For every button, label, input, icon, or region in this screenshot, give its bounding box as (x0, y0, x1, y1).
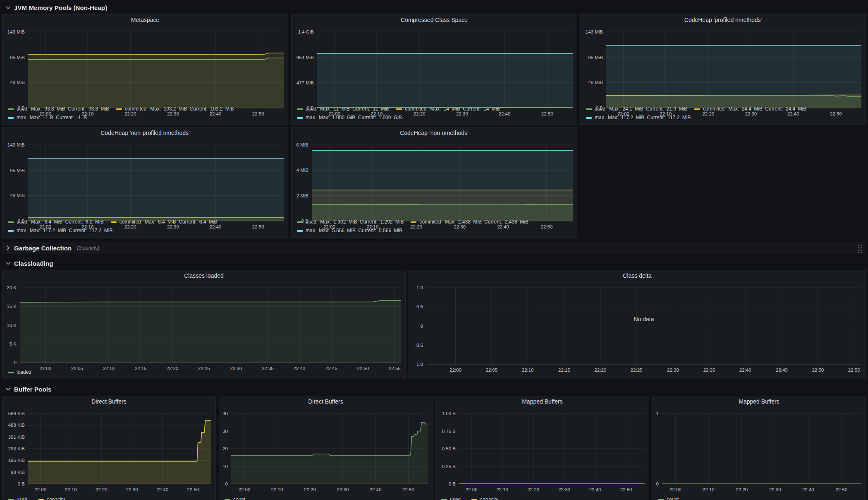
section-header-garbage-collection[interactable]: Garbage Collection(3 panels) (2, 242, 866, 254)
legend-item-capacity[interactable]: capacity (38, 496, 69, 500)
panel-title[interactable]: CodeHeap 'profiled nmethods' (581, 14, 866, 25)
x-axis-label: 22:20 (702, 111, 714, 116)
chart-svg[interactable]: 01020304022:0022:1022:2022:3022:4022:50 (219, 407, 432, 495)
x-axis-label: 22:50 (830, 111, 842, 116)
chart-svg[interactable]: 0 B477 MiB954 MiB1.4 GiB22:0022:1022:202… (292, 25, 577, 119)
y-axis-label: 95 MiB (588, 55, 603, 60)
x-axis-label: 22:45 (325, 366, 337, 371)
chart-svg[interactable]: 0 B2 MiB4 MiB6 MiB22:0022:1022:2022:3022… (292, 138, 577, 232)
chart-svg[interactable]: 05 K10 K15 K20 K22:0022:0522:1022:1522:2… (2, 281, 405, 373)
y-axis-label: 6 MiB (297, 142, 309, 147)
panel-grid-classloading: Classes loaded05 K10 K15 K20 K22:0022:05… (2, 270, 866, 379)
chart-classes-loaded-0[interactable]: 05 K10 K15 K20 K22:0022:0522:1022:1522:2… (2, 281, 405, 367)
chart-compressed-class-space-1[interactable]: 0 B477 MiB954 MiB1.4 GiB22:0022:1022:202… (292, 25, 577, 104)
panel-title[interactable]: Direct Buffers (219, 396, 432, 407)
y-axis-label: 0 (225, 481, 228, 486)
x-axis-label: 22:10 (522, 368, 534, 373)
series-line-capacity (28, 421, 211, 461)
legend: count (653, 495, 866, 500)
y-axis-label: 0.75 B (442, 429, 456, 434)
chart-svg[interactable]: 0 B48 MiB95 MiB143 MiB22:0022:1022:2022:… (2, 138, 288, 232)
section-header-jvm-memory-pools-non-heap[interactable]: JVM Memory Pools (Non-Heap) (2, 2, 866, 13)
panel-title[interactable]: Classes loaded (2, 270, 405, 281)
chart-direct-buffers-1[interactable]: 01020304022:0022:1022:2022:3022:4022:50 (219, 407, 432, 495)
panel-title[interactable]: Metaspace (2, 14, 288, 25)
y-axis-label: 48 MiB (10, 80, 25, 85)
x-axis-label: 22:20 (527, 487, 539, 492)
x-axis-label: 22:00 (323, 224, 335, 229)
y-axis-label: 0 B (449, 481, 456, 486)
x-axis-label: 22:15 (558, 368, 570, 373)
x-axis-label: 22:30 (456, 111, 468, 116)
chart-svg[interactable]: 0 B98 KiB195 KiB293 KiB391 KiB488 KiB586… (2, 407, 215, 495)
chart-codeheap-profiled-nmethods-2[interactable]: 0 B48 MiB95 MiB143 MiB22:0022:1022:2022:… (581, 25, 866, 104)
legend-item-capacity[interactable]: capacity (471, 496, 502, 500)
panel-title[interactable]: Mapped Buffers (653, 396, 866, 407)
y-axis-label: 477 MiB (297, 80, 314, 85)
x-axis-label: 22:00 (466, 487, 478, 492)
panel-title[interactable]: Class delta (409, 270, 866, 281)
x-axis-label: 22:20 (594, 368, 606, 373)
x-axis-label: 22:10 (271, 487, 283, 492)
section-header-classloading[interactable]: Classloading (2, 257, 866, 269)
legend-item-used[interactable]: used (8, 496, 31, 500)
x-axis-label: 22:10 (660, 111, 672, 116)
chart-svg[interactable]: 0 B48 MiB95 MiB143 MiB22:0022:1022:2022:… (2, 25, 288, 119)
panel-title[interactable]: Direct Buffers (2, 396, 215, 407)
y-axis-label: 0 (656, 481, 659, 486)
panel-title[interactable]: Mapped Buffers (436, 396, 649, 407)
y-axis-label: 20 (222, 446, 228, 451)
section-chevron-icon (6, 244, 10, 252)
series-fill-max (28, 159, 284, 221)
panel-title[interactable]: CodeHeap 'non-nmethods' (292, 127, 577, 138)
chart-codeheap-non-nmethods-4[interactable]: 0 B2 MiB4 MiB6 MiB22:0022:1022:2022:3022… (292, 138, 577, 217)
y-axis-label: 0 B (18, 106, 25, 111)
x-axis-label: 22:20 (124, 224, 136, 229)
y-axis-label: 30 (222, 429, 228, 434)
x-axis-label: 22:05 (71, 366, 83, 371)
y-axis-label: 95 MiB (10, 55, 25, 60)
chart-svg[interactable]: 0 B48 MiB95 MiB143 MiB22:0022:1022:2022:… (581, 25, 866, 119)
legend-series-name: count (667, 496, 679, 500)
y-axis-label: 15 K (7, 304, 17, 309)
x-axis-label: 22:20 (736, 487, 748, 492)
legend-item-used[interactable]: used (441, 496, 464, 500)
chart-svg[interactable]: 0 B0.25 B0.50 B0.75 B1.00 B22:0022:1022:… (436, 407, 649, 495)
panel-compressed-class-space-1: Compressed Class Space0 B477 MiB954 MiB1… (291, 14, 577, 125)
x-axis-label: 22:00 (39, 111, 51, 116)
y-axis-label: 1.0 (416, 285, 423, 290)
section-chevron-icon (5, 261, 10, 266)
y-axis-label: 143 MiB (7, 29, 25, 34)
section-header-buffer-pools[interactable]: Buffer Pools (2, 383, 866, 395)
x-axis-label: 22:50 (835, 487, 847, 492)
chart-mapped-buffers-2[interactable]: 0 B0.25 B0.50 B0.75 B1.00 B22:0022:1022:… (436, 407, 649, 495)
x-axis-label: 22:10 (367, 224, 379, 229)
y-axis-label: 2 MiB (297, 193, 309, 198)
chart-direct-buffers-0[interactable]: 0 B98 KiB195 KiB293 KiB391 KiB488 KiB586… (2, 407, 215, 495)
y-axis-label: 0.50 B (442, 446, 456, 451)
row-drag-handle-icon[interactable] (858, 245, 862, 253)
legend-item-count[interactable]: count (225, 496, 249, 500)
x-axis-label: 22:40 (156, 487, 168, 492)
panel-class-delta-1: Class delta-1.0-0.500.51.022:0022:0522:1… (409, 270, 866, 379)
chart-codeheap-non-profiled-nmethods-3[interactable]: 0 B48 MiB95 MiB143 MiB22:0022:1022:2022:… (2, 138, 288, 217)
panel-title[interactable]: Compressed Class Space (292, 14, 577, 25)
panel-title[interactable]: CodeHeap 'non-profiled nmethods' (2, 127, 288, 138)
x-axis-label: 22:40 (210, 111, 222, 116)
y-axis-label: 1.00 B (442, 411, 456, 416)
chart-svg[interactable]: -1.0-0.500.51.022:0022:0522:1022:1522:20… (409, 281, 866, 375)
chart-mapped-buffers-3[interactable]: 0122:0022:1022:2022:3022:4022:50 (653, 407, 866, 495)
section-chevron-icon (5, 387, 10, 392)
series-line-count (231, 422, 428, 456)
y-axis-label: 0.25 B (442, 464, 456, 469)
x-axis-label: 22:10 (82, 224, 94, 229)
chart-class-delta-1[interactable]: -1.0-0.500.51.022:0022:0522:1022:1522:20… (409, 281, 866, 375)
y-axis-label: 0 (421, 324, 423, 329)
series-line-commited (28, 53, 284, 54)
series-fill-count (231, 422, 428, 484)
x-axis-label: 22:05 (485, 368, 497, 373)
chart-metaspace-0[interactable]: 0 B48 MiB95 MiB143 MiB22:0022:1022:2022:… (2, 25, 288, 104)
legend-item-count[interactable]: count (658, 496, 682, 500)
y-axis-label: 0 B (18, 219, 25, 224)
chart-svg[interactable]: 0122:0022:1022:2022:3022:4022:50 (653, 407, 866, 495)
